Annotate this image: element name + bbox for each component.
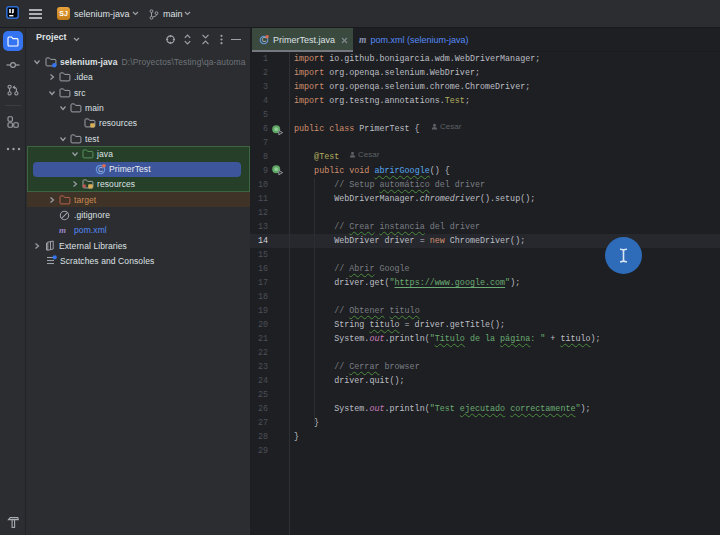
svg-text:C: C (98, 166, 103, 173)
